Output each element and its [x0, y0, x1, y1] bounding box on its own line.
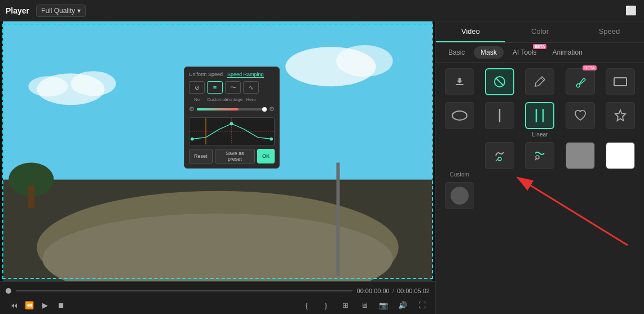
download-icon-box — [445, 68, 474, 95]
mask-tool-circle-white[interactable] — [603, 142, 638, 178]
heart-icon-box — [566, 102, 595, 129]
speed-modal-header: Uniform Speed Speed Ramping — [189, 72, 275, 78]
montage-label: Montage — [225, 97, 241, 102]
speed-slider-thumb — [262, 107, 267, 112]
svg-rect-32 — [614, 78, 627, 86]
subtab-ai-tools[interactable]: AI Tools BETA — [506, 46, 543, 59]
play-back-button[interactable]: ⏪ — [21, 297, 37, 313]
mask-tool-2-icon — [525, 142, 554, 169]
reset-button[interactable]: Reset — [189, 149, 213, 163]
end-settings-icon: ⚙ — [269, 105, 275, 113]
speed-mode-labels: No Customize Montage Hero — [189, 97, 275, 102]
fullscreen-icon[interactable]: ⛶ — [414, 297, 430, 313]
progress-track[interactable] — [16, 290, 352, 291]
bracket-left-icon[interactable]: { — [299, 297, 315, 313]
mask-tool-1-icon — [485, 142, 514, 169]
mask-tool-brush[interactable]: BETA — [562, 68, 598, 98]
mask-tool-circle-gray[interactable] — [562, 142, 598, 178]
mask-tool-no-mask[interactable] — [482, 68, 517, 98]
camera-icon[interactable]: 📷 — [376, 297, 391, 313]
save-preset-button[interactable]: Save as preset — [215, 149, 255, 163]
time-display: 00:00:00:00 / 00:00:05:02 — [357, 288, 430, 294]
svg-rect-19 — [336, 163, 339, 276]
no-mode-icon[interactable]: ⊘ — [189, 81, 205, 94]
mask-tool-download[interactable] — [442, 68, 477, 98]
tab-video[interactable]: Video — [436, 21, 505, 42]
svg-point-39 — [536, 156, 539, 159]
player-area: Uniform Speed Speed Ramping ⊘ ≡ 〜 ∿ No C… — [0, 21, 435, 314]
quality-selector[interactable]: Full Quality ▾ — [36, 5, 86, 17]
subtab-animation[interactable]: Animation — [545, 46, 589, 59]
hero-moment-mode-icon[interactable]: ∿ — [243, 81, 259, 94]
speed-controls: ⚙ ⚙ — [189, 105, 275, 113]
bracket-right-icon[interactable]: } — [318, 297, 334, 313]
speed-ramping-tab[interactable]: Speed Ramping — [227, 72, 264, 78]
svg-point-3 — [28, 76, 68, 96]
mask-tool-1[interactable] — [482, 142, 517, 178]
svg-point-5 — [336, 45, 392, 77]
mask-tool-rectangle[interactable] — [603, 68, 638, 98]
main-content: Uniform Speed Speed Ramping ⊘ ≡ 〜 ∿ No C… — [0, 21, 644, 314]
subtab-mask[interactable]: Mask — [474, 46, 504, 59]
svg-line-31 — [496, 78, 504, 86]
mask-tool-circle-dark[interactable] — [442, 182, 477, 211]
speed-modal-actions: Reset Save as preset OK — [189, 149, 275, 163]
top-bar: Player Full Quality ▾ ⬜ — [0, 0, 644, 21]
svg-point-27 — [230, 122, 233, 126]
mask-tool-custom[interactable]: Custom — [442, 142, 477, 178]
svg-point-40 — [571, 147, 589, 165]
pen-icon-box — [525, 68, 554, 95]
rectangle-icon-box — [606, 68, 635, 95]
speed-mode-icons: ⊘ ≡ 〜 ∿ — [189, 81, 275, 94]
quality-label: Full Quality — [41, 7, 75, 15]
circle-gray-icon-box — [566, 142, 595, 169]
montage-mode-icon[interactable]: 〜 — [225, 81, 241, 94]
brush-beta-badge: BETA — [583, 65, 597, 70]
customize-label: Customize — [207, 97, 223, 102]
tab-speed[interactable]: Speed — [575, 21, 644, 42]
player-title: Player — [6, 6, 29, 15]
svg-point-38 — [498, 157, 501, 161]
video-container: Uniform Speed Speed Ramping ⊘ ≡ 〜 ∿ No C… — [0, 21, 435, 281]
fit-icon[interactable]: ⊞ — [337, 297, 353, 313]
svg-point-2 — [70, 71, 116, 96]
customize-mode-icon[interactable]: ≡ — [207, 81, 223, 94]
mask-tool-heart[interactable] — [562, 102, 598, 138]
mask-tool-linear[interactable]: Linear — [522, 102, 558, 138]
svg-point-26 — [270, 138, 273, 141]
mask-tool-star[interactable] — [603, 102, 638, 138]
ok-button[interactable]: OK — [257, 149, 275, 163]
no-label: No — [189, 97, 205, 102]
ellipse-icon-box — [445, 102, 474, 129]
mask-tool-line[interactable] — [482, 102, 517, 138]
right-panel-tabs: Video Color Speed — [436, 21, 644, 43]
beta-badge: BETA — [533, 44, 547, 49]
tab-color[interactable]: Color — [505, 21, 575, 42]
hero-label: Hero — [243, 97, 259, 102]
speed-slider[interactable] — [197, 108, 267, 110]
playhead-dot — [6, 288, 11, 294]
mask-tool-2[interactable] — [522, 142, 558, 178]
mask-tool-pen[interactable] — [522, 68, 558, 98]
play-button[interactable]: ▶ — [37, 297, 53, 313]
progress-bar-area: 00:00:00:00 / 00:00:05:02 — [6, 282, 430, 297]
svg-point-41 — [611, 147, 629, 165]
total-time: 00:00:05:02 — [397, 288, 430, 294]
screen-icon[interactable]: 🖥 — [356, 297, 372, 313]
brush-icon-box: BETA — [566, 68, 595, 95]
mask-tool-ellipse[interactable] — [442, 102, 477, 138]
step-back-button[interactable]: ⏮ — [6, 297, 21, 313]
linear-label: Linear — [532, 131, 548, 138]
screenshot-icon[interactable]: ⬜ — [624, 3, 638, 18]
sub-tabs: Basic Mask AI Tools BETA Animation — [436, 43, 644, 63]
circle-dark-icon-box — [445, 182, 474, 209]
controls-row: ⏮ ⏪ ▶ ⏹ { } ⊞ 🖥 📷 🔊 ⛶ — [6, 297, 430, 314]
svg-rect-21 — [28, 185, 34, 208]
stop-button[interactable]: ⏹ — [53, 297, 69, 313]
audio-icon[interactable]: 🔊 — [395, 297, 411, 313]
speed-slider-fill — [197, 108, 239, 110]
speed-graph — [189, 117, 275, 145]
uniform-speed-tab[interactable]: Uniform Speed — [189, 72, 223, 78]
subtab-basic[interactable]: Basic — [442, 46, 471, 59]
svg-rect-29 — [456, 84, 464, 85]
